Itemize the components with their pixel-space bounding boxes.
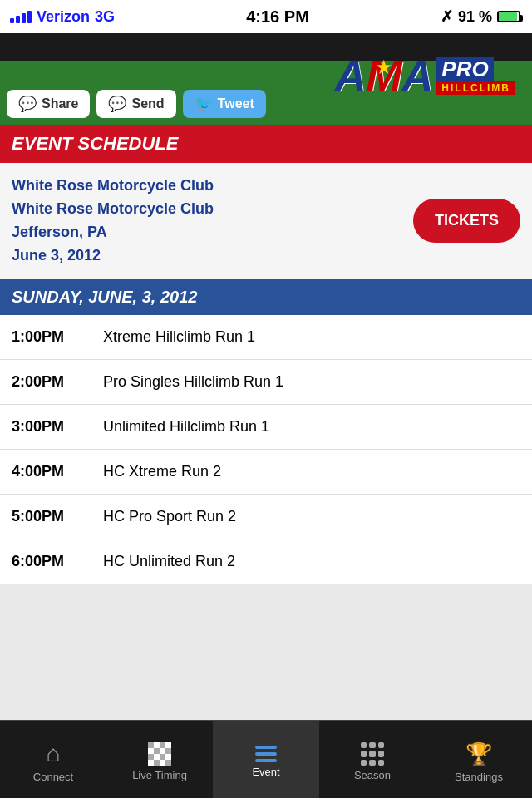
- schedule-row: 5:00PM HC Pro Sport Run 2: [0, 495, 532, 539]
- signal-icon: [10, 11, 32, 23]
- tab-bar: ⌂ Connect Live Timing Event Season 🏆 Sta…: [0, 720, 532, 798]
- ama-logo: A: [335, 54, 367, 97]
- schedule-event: HC Pro Sport Run 2: [103, 508, 236, 525]
- carrier-name: Verizon: [37, 8, 90, 26]
- carrier-info: Verizon 3G: [10, 8, 115, 26]
- date-header: SUNDAY, JUNE, 3, 2012: [0, 279, 532, 315]
- tab-season[interactable]: Season: [319, 721, 426, 798]
- event-location: Jefferson, PA: [12, 221, 405, 244]
- tab-season-label: Season: [354, 769, 391, 781]
- schedule-event: HC Xtreme Run 2: [103, 463, 221, 480]
- tweet-button[interactable]: 🐦 Tweet: [183, 90, 266, 118]
- battery-percent: 91 %: [458, 8, 492, 26]
- trophy-icon: 🏆: [466, 741, 492, 767]
- battery-icon: [497, 11, 522, 22]
- pro-label: PRO: [436, 57, 493, 81]
- tab-live-timing[interactable]: Live Timing: [106, 721, 213, 798]
- tab-connect-label: Connect: [33, 771, 73, 783]
- header-banner: A M A ★ PRO HILLCLIMB 💬 Share: [0, 33, 532, 125]
- event-date: June 3, 2012: [12, 244, 405, 268]
- schedule-event: HC Unlimited Run 2: [103, 553, 235, 570]
- date-header-text: SUNDAY, JUNE, 3, 2012: [12, 288, 197, 306]
- schedule-row: 6:00PM HC Unlimited Run 2: [0, 539, 532, 584]
- share-buttons: 💬 Share 💬 Send 🐦 Tweet: [7, 90, 266, 118]
- schedule-event: Pro Singles Hillclimb Run 1: [103, 373, 283, 391]
- send-button[interactable]: 💬 Send: [96, 90, 175, 118]
- twitter-icon: 🐦: [195, 95, 213, 113]
- grid-icon: [361, 742, 384, 766]
- schedule-event: Unlimited Hillclimb Run 1: [103, 418, 269, 436]
- tab-connect[interactable]: ⌂ Connect: [0, 721, 106, 798]
- schedule-time: 6:00PM: [12, 553, 103, 570]
- tab-event-label: Event: [252, 766, 279, 778]
- network-type: 3G: [95, 8, 115, 26]
- schedule-time: 5:00PM: [12, 508, 103, 525]
- schedule-row: 4:00PM HC Xtreme Run 2: [0, 450, 532, 495]
- schedule-time: 3:00PM: [12, 418, 103, 436]
- hillclimb-label: HILLCLIMB: [436, 81, 515, 95]
- event-schedule-header: EVENT SCHEDULE: [0, 125, 532, 163]
- club-name-1: White Rose Motorcycle Club: [12, 175, 405, 198]
- battery-area: ✗ 91 %: [441, 7, 522, 26]
- status-bar: Verizon 3G 4:16 PM ✗ 91 %: [0, 0, 532, 33]
- bluetooth-icon: ✗: [441, 7, 453, 26]
- clock: 4:16 PM: [246, 7, 309, 27]
- event-schedule-title: EVENT SCHEDULE: [12, 133, 178, 154]
- tickets-button[interactable]: TICKETS: [413, 199, 520, 243]
- share-button[interactable]: 💬 Share: [7, 90, 90, 118]
- share-icon: 💬: [18, 95, 37, 113]
- tab-live-timing-label: Live Timing: [132, 769, 187, 781]
- schedule-list: 1:00PM Xtreme Hillclimb Run 1 2:00PM Pro…: [0, 315, 532, 584]
- schedule-time: 2:00PM: [12, 373, 103, 391]
- home-icon: ⌂: [47, 741, 61, 767]
- event-details: White Rose Motorcycle Club White Rose Mo…: [12, 175, 405, 268]
- schedule-row: 1:00PM Xtreme Hillclimb Run 1: [0, 315, 532, 360]
- event-info: White Rose Motorcycle Club White Rose Mo…: [0, 163, 532, 279]
- club-name-2: White Rose Motorcycle Club: [12, 198, 405, 221]
- tab-event[interactable]: Event: [213, 721, 319, 798]
- list-icon: [255, 746, 277, 762]
- schedule-row: 2:00PM Pro Singles Hillclimb Run 1: [0, 360, 532, 405]
- tab-standings-label: Standings: [455, 771, 503, 783]
- tab-standings[interactable]: 🏆 Standings: [426, 721, 532, 798]
- schedule-time: 1:00PM: [12, 328, 103, 346]
- flag-icon: [148, 742, 171, 766]
- send-icon: 💬: [108, 95, 126, 113]
- schedule-row: 3:00PM Unlimited Hillclimb Run 1: [0, 405, 532, 450]
- schedule-event: Xtreme Hillclimb Run 1: [103, 328, 255, 346]
- banner-green-strip: A M A ★ PRO HILLCLIMB 💬 Share: [0, 61, 532, 125]
- schedule-time: 4:00PM: [12, 463, 103, 480]
